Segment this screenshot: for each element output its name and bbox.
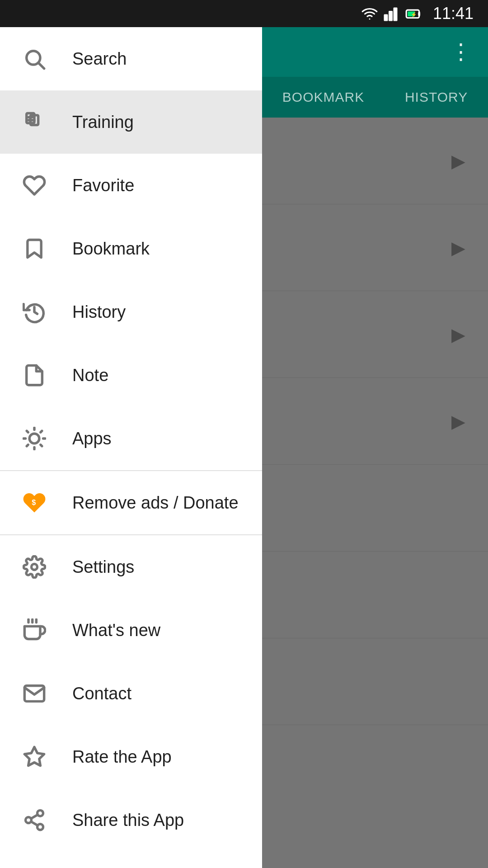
contact-icon: [18, 677, 51, 710]
svg-text:$: $: [32, 498, 36, 506]
signal-icon: [383, 5, 399, 22]
play-icon-2: ▶: [451, 237, 465, 258]
share-icon: [18, 804, 51, 836]
content-row-2: ▶: [262, 204, 488, 291]
play-icon-4: ▶: [451, 411, 465, 432]
content-row-6: [262, 552, 488, 638]
sidebar-item-history[interactable]: History: [0, 280, 262, 344]
note-icon: [18, 359, 51, 392]
sidebar-item-favorite[interactable]: Favorite: [0, 154, 262, 217]
svg-marker-26: [24, 747, 44, 765]
svg-line-15: [27, 431, 28, 432]
rate-icon: [18, 741, 51, 773]
sidebar-item-apps[interactable]: Apps: [0, 407, 262, 470]
play-icon-1: ▶: [451, 151, 465, 171]
svg-rect-1: [389, 12, 392, 21]
svg-point-12: [29, 434, 39, 443]
whats-new-icon: [18, 614, 51, 646]
tab-bookmark[interactable]: BOOKMARK: [282, 90, 364, 105]
status-time: 11:41: [433, 4, 474, 23]
tabs-bar: BOOKMARK HISTORY: [262, 77, 488, 118]
tab-history[interactable]: HISTORY: [405, 90, 468, 105]
sidebar-item-remove-ads-label: Remove ads / Donate: [72, 493, 239, 513]
donate-icon: $: [18, 486, 51, 519]
content-row-4: ▶: [262, 378, 488, 465]
sidebar-item-contact-label: Contact: [72, 684, 131, 703]
sidebar-item-whats-new[interactable]: What's new: [0, 599, 262, 662]
favorite-icon: [18, 169, 51, 202]
svg-rect-0: [385, 15, 387, 20]
sidebar-item-bookmark[interactable]: Bookmark: [0, 217, 262, 280]
sidebar-item-training-label: Training: [72, 113, 134, 132]
svg-text:⚡: ⚡: [411, 11, 417, 18]
sidebar-item-note[interactable]: Note: [0, 344, 262, 407]
content-row-3: ▶: [262, 291, 488, 378]
content-row-5: [262, 465, 488, 552]
svg-rect-2: [394, 8, 397, 20]
more-options-button[interactable]: ⋮: [450, 41, 470, 63]
svg-point-22: [32, 564, 38, 570]
sidebar-item-training[interactable]: Training: [0, 90, 262, 154]
navigation-drawer: Search Training Favorite Bookmar: [0, 27, 262, 868]
svg-line-31: [31, 815, 38, 819]
svg-line-16: [41, 445, 42, 446]
sidebar-item-bookmark-label: Bookmark: [72, 239, 150, 259]
svg-line-20: [41, 431, 42, 432]
content-row-1: ▶: [262, 118, 488, 204]
bookmark-icon: [18, 232, 51, 265]
status-icons: ⚡ 11:41: [361, 4, 474, 23]
sidebar-item-apps-label: Apps: [72, 429, 112, 448]
wifi-icon: [361, 5, 378, 22]
search-icon: [18, 42, 51, 75]
sidebar-item-settings-label: Settings: [72, 557, 134, 577]
sidebar-item-settings[interactable]: Settings: [0, 535, 262, 599]
sidebar-item-rate-app-label: Rate the App: [72, 747, 172, 767]
battery-icon: ⚡: [405, 5, 422, 22]
svg-line-30: [31, 821, 38, 826]
sidebar-item-note-label: Note: [72, 366, 108, 385]
history-icon: [18, 296, 51, 328]
svg-line-7: [39, 63, 44, 69]
sidebar-item-search-label: Search: [72, 49, 127, 69]
svg-line-19: [27, 445, 28, 446]
sidebar-item-whats-new-label: What's new: [72, 621, 160, 640]
status-bar: ⚡ 11:41: [0, 0, 488, 27]
training-icon: [18, 106, 51, 138]
sidebar-item-search[interactable]: Search: [0, 27, 262, 90]
settings-icon: [18, 551, 51, 583]
sidebar-item-remove-ads[interactable]: $ Remove ads / Donate: [0, 471, 262, 534]
apps-icon: [18, 422, 51, 455]
sidebar-item-favorite-label: Favorite: [72, 176, 134, 195]
content-row-7: [262, 638, 488, 725]
sidebar-item-share-app[interactable]: Share this App: [0, 788, 262, 852]
sidebar-item-rate-app[interactable]: Rate the App: [0, 725, 262, 788]
sidebar-item-share-app-label: Share this App: [72, 811, 184, 830]
content-area: ▶ ▶ ▶ ▶: [262, 118, 488, 868]
sidebar-item-contact[interactable]: Contact: [0, 662, 262, 725]
play-icon-3: ▶: [451, 324, 465, 345]
sidebar-item-history-label: History: [72, 302, 126, 322]
